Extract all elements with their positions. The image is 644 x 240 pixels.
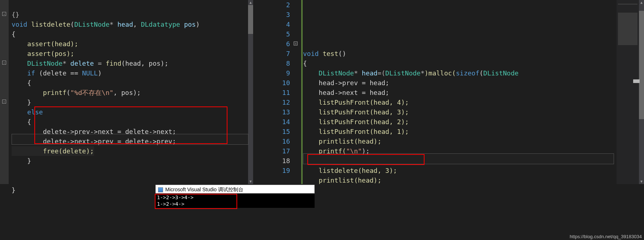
- code-line: assert(pos);: [12, 50, 74, 57]
- code-line: listPushFront(head, 3);: [303, 108, 409, 116]
- code-line: [303, 157, 307, 165]
- code-line: printf("%d不存在\n", pos);: [12, 89, 141, 96]
- code-line: {: [12, 30, 16, 38]
- code-line: [303, 11, 307, 18]
- right-scrollbar[interactable]: ▲ ▼: [639, 0, 644, 184]
- code-line: assert(head);: [12, 40, 78, 48]
- code-line: free(delete);: [12, 147, 94, 155]
- line-number: 6: [260, 39, 290, 49]
- code-line: }: [12, 99, 31, 106]
- debug-console-window: Microsoft Visual Studio 调试控制台 1->2->3->4…: [155, 185, 315, 208]
- line-number: 9: [260, 68, 290, 78]
- console-line: 1->2->3->4->: [157, 195, 193, 200]
- line-number: 14: [260, 117, 290, 127]
- line-number: 15: [260, 127, 290, 136]
- scroll-up-icon[interactable]: ▲: [639, 0, 644, 5]
- code-line: {: [303, 60, 307, 67]
- line-number: 17: [260, 146, 290, 156]
- console-line: 1->2->4->: [157, 201, 184, 207]
- console-titlebar[interactable]: Microsoft Visual Studio 调试控制台: [155, 185, 315, 193]
- left-scrollbar[interactable]: ▲ ▼: [248, 0, 253, 184]
- line-number: 11: [260, 88, 290, 97]
- line-number: 2: [260, 0, 290, 10]
- vs-icon: [158, 187, 163, 192]
- left-code-area[interactable]: {} void listdelete(DListNode* head, DLda…: [9, 0, 248, 205]
- left-editor-pane: - - - ▲ ▼ {} void listdelete(DListNode* …: [0, 0, 253, 184]
- code-line: delete->prev->next = delete->next;: [12, 128, 176, 135]
- console-title-text: Microsoft Visual Studio 调试控制台: [165, 187, 243, 192]
- code-line: else: [12, 108, 43, 116]
- watermark-text: https://blog.csdn.net/qq_39183034: [570, 234, 642, 239]
- collapse-icon[interactable]: -: [2, 61, 6, 65]
- code-line: listPushFront(head, 2);: [303, 118, 409, 126]
- code-line: printf("\n");: [303, 147, 370, 155]
- code-line: {}: [12, 11, 20, 18]
- scroll-thumb[interactable]: [639, 11, 644, 119]
- code-line: [303, 30, 307, 38]
- code-line: DListNode* head=(DListNode*)malloc(sizeo…: [303, 69, 519, 77]
- console-output[interactable]: 1->2->3->4-> 1->2->4->: [155, 193, 315, 208]
- line-number: 13: [260, 107, 290, 117]
- code-line: DListNode* delete = find(head, pos);: [12, 60, 169, 67]
- line-number: 4: [260, 19, 290, 29]
- right-code-area[interactable]: void test() { DListNode* head=(DListNode…: [300, 0, 639, 195]
- line-number: 3: [260, 10, 290, 19]
- code-line: head->prev = head;: [303, 79, 389, 87]
- collapse-icon[interactable]: -: [2, 100, 6, 104]
- code-line: head->next = head;: [303, 89, 389, 96]
- collapse-icon[interactable]: -: [294, 42, 298, 45]
- code-line: }: [12, 157, 31, 165]
- code-line: if (delete == NULL): [12, 69, 102, 77]
- code-line: }: [12, 186, 16, 194]
- code-line: {: [12, 118, 31, 126]
- line-number: 7: [260, 49, 290, 58]
- right-editor-pane: 2 3 4 5 6 7 8 9 10 11 12 13 14 15 16 17 …: [260, 0, 644, 184]
- code-line: {: [12, 79, 31, 87]
- code-line: listPushFront(head, 1);: [303, 128, 409, 135]
- scroll-up-icon[interactable]: ▲: [248, 0, 253, 5]
- right-line-number-gutter: 2 3 4 5 6 7 8 9 10 11 12 13 14 15 16 17 …: [260, 0, 300, 184]
- scroll-thumb[interactable]: [248, 5, 253, 34]
- code-line: [303, 21, 307, 28]
- code-line: void listdelete(DListNode* head, DLdatat…: [12, 21, 200, 28]
- code-line: [303, 40, 307, 48]
- code-line: listPushFront(head, 4);: [303, 99, 409, 106]
- code-line: delete->next->prev = delete->prev;: [12, 138, 176, 145]
- scroll-down-icon[interactable]: ▼: [639, 179, 644, 184]
- code-line: void test(): [303, 50, 346, 57]
- code-line: printlist(head);: [303, 138, 381, 145]
- left-gutter: - - -: [0, 0, 9, 184]
- code-line: listdelete(head, 3);: [303, 167, 397, 174]
- line-number: 8: [260, 58, 290, 68]
- scroll-down-icon[interactable]: ▼: [248, 179, 253, 184]
- line-number: 12: [260, 97, 290, 107]
- line-number: 18: [260, 156, 290, 166]
- code-line: printlist(head);: [303, 176, 381, 184]
- line-number: 19: [260, 166, 290, 175]
- collapse-icon[interactable]: -: [2, 12, 6, 16]
- line-number: 5: [260, 29, 290, 39]
- line-number: 16: [260, 136, 290, 146]
- line-number: 10: [260, 78, 290, 88]
